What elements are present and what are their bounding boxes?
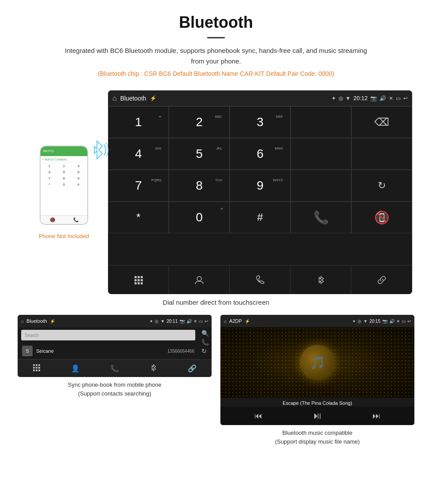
dial-key-2[interactable]: 2 ABC (169, 106, 230, 138)
svg-rect-2 (141, 276, 143, 278)
dial-empty-r1c4 (290, 106, 351, 138)
music-song-title: Escape (The Pina Colada Song) (220, 398, 414, 407)
pb-close-icon[interactable]: ✕ (194, 319, 197, 324)
music-caption: Bluetooth music compatible (Support disp… (275, 429, 360, 446)
location-icon: ◎ (339, 95, 343, 101)
music-next-icon[interactable]: ⏭ (372, 411, 380, 421)
volume-icon[interactable]: 🔊 (380, 95, 386, 101)
window-icon[interactable]: ▭ (396, 95, 401, 101)
music-prev-icon[interactable]: ⏮ (254, 411, 262, 421)
dial-key-hash[interactable]: # (230, 202, 290, 233)
pb-home-icon[interactable]: ⌂ (21, 319, 24, 324)
toolbar-phone[interactable] (230, 265, 290, 294)
pb-sig-icon: ▼ (160, 319, 165, 324)
bluetooth-status-icon: ✦ (331, 95, 336, 101)
pb-time: 20:11 (167, 319, 178, 324)
pb-toolbar-bt-icon[interactable] (149, 364, 157, 373)
music-album-art: 🎵 (220, 327, 414, 398)
contact-name: Seicane (36, 348, 168, 354)
music-back-icon[interactable]: ↩ (407, 319, 411, 324)
dial-key-8[interactable]: 8 TUV (169, 170, 230, 202)
title-divider (207, 37, 225, 38)
music-time: 20:15 (369, 319, 380, 324)
music-unit-label: A2DP (229, 318, 242, 324)
dial-key-3[interactable]: 3 DEF (230, 106, 290, 138)
camera-icon[interactable]: 📷 (370, 95, 377, 101)
music-loc-icon: ◎ (358, 319, 361, 324)
music-frame: ⌂ A2DP ⚡ ✦ ◎ ▼ 20:15 📷 🔊 ✕ ▭ ↩ (220, 315, 414, 425)
pb-back-icon[interactable]: ↩ (205, 319, 208, 324)
pb-toolbar-phone-icon[interactable]: 📞 (110, 364, 119, 373)
contact-row[interactable]: S Seicane 13566664466 (18, 343, 199, 359)
dial-screen-title: Bluetooth (120, 95, 146, 102)
music-cam-icon: 📷 (382, 319, 387, 324)
pb-call-icon[interactable]: 📞 (201, 339, 209, 346)
dial-call-red[interactable]: 📵 (351, 202, 412, 233)
dial-statusbar: ⌂ Bluetooth ⚡ ✦ ◎ ▼ 20:12 📷 🔊 ✕ ▭ ↩ (108, 90, 412, 106)
music-caption-line1: Bluetooth music compatible (283, 429, 353, 436)
pb-caption-line2: (Support contacts searching) (78, 390, 151, 397)
svg-rect-8 (141, 282, 143, 284)
music-screenshot-block: ⌂ A2DP ⚡ ✦ ◎ ▼ 20:15 📷 🔊 ✕ ▭ ↩ (220, 315, 414, 446)
toolbar-numpad[interactable] (108, 265, 169, 294)
svg-rect-15 (38, 367, 40, 369)
svg-rect-0 (134, 276, 137, 278)
specs-line: (Bluetooth chip : CSR BC6 Default Blueto… (9, 70, 423, 77)
music-home-icon[interactable]: ⌂ (224, 319, 227, 324)
dial-call-green[interactable]: 📞 (290, 202, 351, 233)
dial-section: MOTO + Add to Contacts 123 456 789 *0# 📵 (0, 90, 432, 294)
music-vol-icon: 🔊 (389, 319, 395, 324)
contact-number: 13566664466 (168, 349, 194, 354)
dial-refresh[interactable]: ↻ (351, 170, 412, 202)
dial-key-6[interactable]: 6 MNO (230, 138, 290, 170)
home-icon[interactable]: ⌂ (112, 94, 117, 102)
dial-grid: 1 ∞ 2 ABC 3 DEF ⌫ 4 GHI 5 JKL (108, 106, 412, 265)
music-usb-icon: ⚡ (245, 319, 250, 324)
contact-avatar: S (22, 346, 33, 356)
dial-backspace[interactable]: ⌫ (351, 106, 412, 138)
pb-toolbar-user-icon[interactable]: 👤 (71, 364, 80, 373)
music-controls: ⏮ ⏯ ⏭ (220, 407, 414, 425)
toolbar-contacts[interactable] (169, 265, 230, 294)
dial-key-5[interactable]: 5 JKL (169, 138, 230, 170)
contact-list: Search S Seicane 13566664466 (18, 327, 199, 359)
close-icon[interactable]: ✕ (389, 95, 393, 101)
phone-not-included-label: Phone Not Included (39, 233, 89, 239)
phone-device-illustration: MOTO + Add to Contacts 123 456 789 *0# 📵 (40, 146, 88, 225)
svg-rect-12 (38, 364, 40, 366)
search-placeholder: Search (25, 333, 39, 338)
pb-toolbar-numpad[interactable] (33, 364, 41, 373)
pb-search-icon[interactable]: 🔍 (201, 330, 209, 337)
music-win-icon[interactable]: ▭ (402, 319, 406, 324)
dial-time: 20:12 (353, 95, 368, 101)
search-field[interactable]: Search (21, 330, 195, 340)
pb-statusbar: ⌂ Bluetooth ⚡ ✦ ◎ ▼ 20:11 📷 🔊 ✕ ▭ ↩ (18, 315, 212, 327)
dial-key-1[interactable]: 1 ∞ (108, 106, 169, 138)
page-header: Bluetooth Integrated with BC6 Bluetooth … (0, 0, 432, 90)
music-play-pause-icon[interactable]: ⏯ (313, 410, 322, 422)
pb-title: Bluetooth (26, 318, 47, 324)
pb-refresh-icon[interactable]: ↻ (201, 347, 209, 355)
svg-rect-11 (36, 364, 37, 366)
music-close-icon[interactable]: ✕ (396, 319, 400, 324)
signal-icon: ▼ (346, 95, 351, 101)
pb-toolbar-link-icon[interactable]: 🔗 (188, 364, 197, 373)
toolbar-bluetooth[interactable] (290, 265, 351, 294)
pb-loc-icon: ◎ (155, 319, 159, 324)
dial-key-7[interactable]: 7 PQRS (108, 170, 169, 202)
toolbar-link[interactable] (351, 265, 412, 294)
svg-rect-7 (138, 282, 140, 284)
dial-key-star[interactable]: * (108, 202, 169, 233)
music-album-cover: 🎵 (300, 345, 335, 380)
pb-vol-icon: 🔊 (186, 319, 192, 324)
back-icon[interactable]: ↩ (403, 95, 408, 101)
dial-key-4[interactable]: 4 GHI (108, 138, 169, 170)
dial-key-9[interactable]: 9 WXYZ (230, 170, 290, 202)
pb-win-icon[interactable]: ▭ (199, 319, 203, 324)
usb-icon: ⚡ (150, 95, 156, 101)
svg-rect-14 (36, 367, 37, 369)
pb-bt-icon: ✦ (149, 319, 153, 324)
svg-rect-16 (33, 370, 35, 371)
bottom-screenshots: ⌂ Bluetooth ⚡ ✦ ◎ ▼ 20:11 📷 🔊 ✕ ▭ ↩ (0, 315, 432, 446)
dial-key-0[interactable]: 0 + (169, 202, 230, 233)
